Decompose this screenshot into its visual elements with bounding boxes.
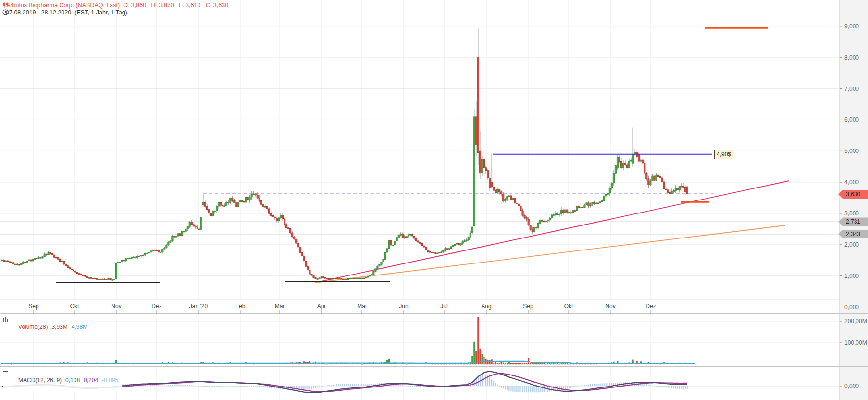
resistance-price-label[interactable]: 4,90$ xyxy=(714,150,733,159)
candle-body xyxy=(198,229,200,230)
macd-histogram-bar xyxy=(305,386,306,390)
macd-histogram-bar xyxy=(317,386,318,388)
candle-body xyxy=(507,197,508,200)
candle-body xyxy=(594,202,595,204)
candle-body xyxy=(443,250,444,252)
candle-body xyxy=(377,266,378,269)
macd-histogram-bar xyxy=(224,386,225,387)
macd-signal-value: 0,204 xyxy=(84,377,98,384)
candle-body xyxy=(280,215,281,217)
candle-body xyxy=(375,269,376,272)
macd-histogram-bar xyxy=(418,386,419,387)
time-axis-label: Mai xyxy=(357,303,366,310)
macd-histogram-bar xyxy=(356,384,357,386)
candle-body xyxy=(446,249,448,250)
macd-histogram-bar xyxy=(501,386,502,388)
macd-histogram-bar xyxy=(526,386,527,392)
candle-body xyxy=(247,197,248,200)
macd-histogram-bar xyxy=(340,384,341,387)
candle-body xyxy=(174,237,175,238)
macd-indicator-name: MACD(12, 26, 9) xyxy=(18,377,62,384)
macd-histogram-bar xyxy=(514,386,515,392)
candle-body xyxy=(361,278,363,279)
candle-body xyxy=(514,198,516,203)
candle-body xyxy=(206,206,208,209)
macd-histogram-bar xyxy=(162,386,163,386)
macd-histogram-bar xyxy=(311,386,312,389)
candle-body xyxy=(21,264,22,265)
time-axis-label: Sep xyxy=(523,303,533,310)
macd-histogram-bar xyxy=(207,386,208,387)
candle-body xyxy=(28,260,30,261)
candle-body xyxy=(560,210,562,214)
price-axis-label: 3,000 xyxy=(844,210,859,217)
candle-body xyxy=(423,246,425,247)
candle-body xyxy=(390,240,392,245)
candle-body xyxy=(73,270,74,271)
pink-trendline[interactable] xyxy=(315,181,789,283)
candle-body xyxy=(142,255,144,256)
candle-body xyxy=(127,258,128,259)
candle-body xyxy=(204,202,206,206)
candle-body xyxy=(264,207,266,208)
candle-body xyxy=(505,199,506,201)
macd-histogram-bar xyxy=(232,386,233,387)
macd-histogram-bar xyxy=(594,384,595,386)
candle-body xyxy=(493,187,495,190)
candle-body xyxy=(212,211,213,216)
macd-histogram-bar xyxy=(400,385,401,386)
candle-body xyxy=(518,204,520,206)
macd-histogram-bar xyxy=(166,385,167,386)
volume-indicator-legend[interactable]: Volume(28) 3,93M 4,98M xyxy=(3,316,91,338)
candle-body xyxy=(464,241,465,242)
macd-histogram-bar xyxy=(497,385,498,386)
candle-body xyxy=(553,215,554,216)
candle-body xyxy=(567,210,568,212)
candle-body xyxy=(156,250,158,251)
candle-body xyxy=(123,260,124,261)
candle-body xyxy=(682,186,684,187)
macd-histogram-bar xyxy=(160,385,161,386)
candle-body xyxy=(152,250,154,251)
candle-body xyxy=(663,182,665,189)
macd-histogram-bar xyxy=(510,386,511,391)
macd-histogram-bar xyxy=(661,386,662,387)
candle-body xyxy=(187,226,188,229)
candle-body xyxy=(292,233,293,237)
candle-body xyxy=(168,242,169,245)
volume-bar xyxy=(324,364,326,364)
macd-indicator-legend[interactable]: MACD(12, 26, 9) 0,108 0,204 -0,095 xyxy=(3,369,122,391)
volume-ma-value: 3,93M xyxy=(51,324,67,330)
volume-axis-label: 200,00M xyxy=(844,318,867,325)
candle-body xyxy=(193,225,194,226)
time-axis-strip[interactable] xyxy=(0,300,839,313)
candle-body xyxy=(363,278,365,279)
macd-histogram-bar xyxy=(670,386,670,388)
candle-body xyxy=(340,278,341,279)
instrument-title: Arbutus Biopharma Corp. (NASDAQ, Last) xyxy=(6,2,120,9)
candle-body xyxy=(349,278,351,279)
candle-body xyxy=(659,177,661,178)
candle-body xyxy=(615,166,616,174)
candle-body xyxy=(549,218,550,220)
candle-body xyxy=(15,264,16,265)
date-range-header[interactable]: 07.08.2019 - 28.12.2020 (EST, 1 Jahr, 1 … xyxy=(2,9,127,16)
candle-body xyxy=(462,241,463,243)
candle-body xyxy=(36,258,37,259)
macd-histogram-bar xyxy=(170,385,171,386)
candle-body xyxy=(262,204,264,207)
candle-body xyxy=(631,160,632,161)
macd-histogram-bar xyxy=(595,384,596,386)
candle-body xyxy=(149,252,150,253)
candle-body xyxy=(528,219,529,225)
candle-body xyxy=(406,237,407,238)
candle-body xyxy=(551,215,552,218)
macd-histogram-bar xyxy=(187,385,188,386)
macd-histogram-bar xyxy=(203,386,204,387)
candle-body xyxy=(495,190,496,193)
macd-histogram-bar xyxy=(590,384,591,386)
candle-body xyxy=(266,207,268,209)
instrument-header[interactable]: Arbutus Biopharma Corp. (NASDAQ, Last) O… xyxy=(3,2,228,9)
chart-canvas[interactable] xyxy=(0,0,868,400)
macd-histogram-bar xyxy=(659,386,660,387)
